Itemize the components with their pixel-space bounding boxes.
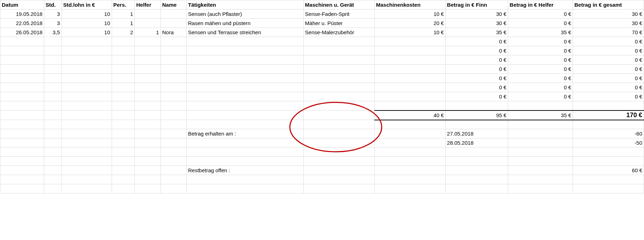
sum-row[interactable]: 40 € 95 € 35 € 170 €: [0, 110, 644, 120]
cell-maschk[interactable]: 20 €: [374, 19, 445, 28]
cell-helferb[interactable]: 0 €: [508, 65, 573, 74]
cell-gesamt[interactable]: 0 €: [573, 83, 644, 92]
rest-row[interactable]: Restbetrag offen : 60 €: [0, 166, 644, 175]
table-row[interactable]: 26.05.20183,51021NoraSensen und Terrasse…: [0, 28, 644, 37]
cell-helfer[interactable]: [135, 37, 160, 46]
cell-stdlohn[interactable]: 10: [62, 28, 112, 37]
cell-maschk[interactable]: [374, 92, 445, 101]
cell-finn[interactable]: 0 €: [445, 37, 508, 46]
cell-helfer[interactable]: [135, 65, 160, 74]
cell-name[interactable]: Nora: [160, 28, 186, 37]
table-row[interactable]: 0 €0 €0 €: [0, 92, 644, 101]
cell-maschk[interactable]: [374, 55, 445, 65]
header-pers[interactable]: Pers.: [112, 0, 135, 10]
cell-helfer[interactable]: [135, 10, 160, 19]
cell-taet[interactable]: [186, 83, 303, 92]
blank-row[interactable]: [0, 101, 644, 110]
cell-name[interactable]: [160, 83, 186, 92]
header-datum[interactable]: Datum: [0, 0, 44, 10]
sum-finn[interactable]: 95 €: [445, 110, 508, 120]
header-betrag-helfer[interactable]: Betrag in € Helfer: [508, 0, 573, 10]
cell-gesamt[interactable]: 0 €: [573, 74, 644, 83]
cell-stdlohn[interactable]: [62, 37, 112, 46]
cell-gesamt[interactable]: 0 €: [573, 92, 644, 101]
cell-masch[interactable]: Sense-Malerzubehör: [303, 28, 374, 37]
cell-gesamt[interactable]: 0 €: [573, 65, 644, 74]
cell-taet[interactable]: [186, 74, 303, 83]
table-row[interactable]: 0 €0 €0 €: [0, 83, 644, 92]
cell-finn[interactable]: 35 €: [445, 28, 508, 37]
cell-maschk[interactable]: [374, 37, 445, 46]
cell-pers[interactable]: 1: [112, 10, 135, 19]
cell-datum[interactable]: [0, 55, 44, 65]
cell-helfer[interactable]: [135, 83, 160, 92]
cell-helferb[interactable]: 0 €: [508, 19, 573, 28]
cell-helferb[interactable]: 35 €: [508, 28, 573, 37]
cell-std[interactable]: [44, 55, 62, 65]
blank-row[interactable]: [0, 184, 644, 193]
blank-row[interactable]: [0, 120, 644, 129]
cell-stdlohn[interactable]: [62, 74, 112, 83]
cell-taet[interactable]: [186, 46, 303, 55]
cell-datum[interactable]: 26.05.2018: [0, 28, 44, 37]
cell-helfer[interactable]: [135, 74, 160, 83]
cell-datum[interactable]: 19.05.2018: [0, 10, 44, 19]
work-log-table[interactable]: Datum Std. Std.lohn in € Pers. Helfer Na…: [0, 0, 644, 193]
cell-taet[interactable]: Rasen mähen und püstern: [186, 19, 303, 28]
cell-datum[interactable]: [0, 74, 44, 83]
received-date[interactable]: 27.05.2018: [445, 129, 508, 138]
cell-taet[interactable]: [186, 55, 303, 65]
cell-std[interactable]: [44, 37, 62, 46]
blank-row[interactable]: [0, 175, 644, 184]
cell-pers[interactable]: [112, 37, 135, 46]
received-label[interactable]: Betrag erhalten am :: [186, 129, 303, 138]
cell-masch[interactable]: [303, 37, 374, 46]
cell-helferb[interactable]: 0 €: [508, 37, 573, 46]
cell-stdlohn[interactable]: [62, 65, 112, 74]
table-row[interactable]: 0 €0 €0 €: [0, 37, 644, 46]
cell-pers[interactable]: 1: [112, 19, 135, 28]
cell-std[interactable]: [44, 83, 62, 92]
cell-masch[interactable]: [303, 74, 374, 83]
cell-std[interactable]: [44, 46, 62, 55]
cell-taet[interactable]: [186, 92, 303, 101]
cell-pers[interactable]: 2: [112, 28, 135, 37]
cell-maschk[interactable]: 10 €: [374, 10, 445, 19]
cell-helfer[interactable]: [135, 46, 160, 55]
cell-datum[interactable]: [0, 65, 44, 74]
header-maschinenkosten[interactable]: Maschinenkosten: [374, 0, 445, 10]
cell-helferb[interactable]: 0 €: [508, 55, 573, 65]
cell-datum[interactable]: [0, 92, 44, 101]
cell-pers[interactable]: [112, 65, 135, 74]
cell-datum[interactable]: [0, 46, 44, 55]
cell-helferb[interactable]: 0 €: [508, 46, 573, 55]
cell-datum[interactable]: 22.05.2018: [0, 19, 44, 28]
cell-helferb[interactable]: 0 €: [508, 10, 573, 19]
cell-finn[interactable]: 0 €: [445, 92, 508, 101]
cell-pers[interactable]: [112, 55, 135, 65]
cell-std[interactable]: 3: [44, 10, 62, 19]
cell-name[interactable]: [160, 10, 186, 19]
cell-name[interactable]: [160, 19, 186, 28]
received-row-1[interactable]: Betrag erhalten am : 27.05.2018 -60: [0, 129, 644, 138]
table-row[interactable]: 19.05.20183101Sensen (auch Pflaster)Sens…: [0, 10, 644, 19]
cell-name[interactable]: [160, 92, 186, 101]
cell-helfer[interactable]: [135, 55, 160, 65]
rest-amount[interactable]: 60 €: [573, 166, 644, 175]
received-date[interactable]: 28.05.2018: [445, 138, 508, 148]
cell-datum[interactable]: [0, 83, 44, 92]
cell-name[interactable]: [160, 37, 186, 46]
cell-pers[interactable]: [112, 46, 135, 55]
cell-finn[interactable]: 0 €: [445, 46, 508, 55]
cell-gesamt[interactable]: 0 €: [573, 37, 644, 46]
cell-gesamt[interactable]: 0 €: [573, 55, 644, 65]
cell-finn[interactable]: 0 €: [445, 83, 508, 92]
cell-helfer[interactable]: 1: [135, 28, 160, 37]
header-helfer[interactable]: Helfer: [135, 0, 160, 10]
cell-maschk[interactable]: [374, 83, 445, 92]
cell-maschk[interactable]: 10 €: [374, 28, 445, 37]
cell-gesamt[interactable]: 30 €: [573, 19, 644, 28]
cell-std[interactable]: [44, 65, 62, 74]
cell-masch[interactable]: Mäher u. Püster: [303, 19, 374, 28]
received-row-2[interactable]: 28.05.2018 -50: [0, 138, 644, 148]
